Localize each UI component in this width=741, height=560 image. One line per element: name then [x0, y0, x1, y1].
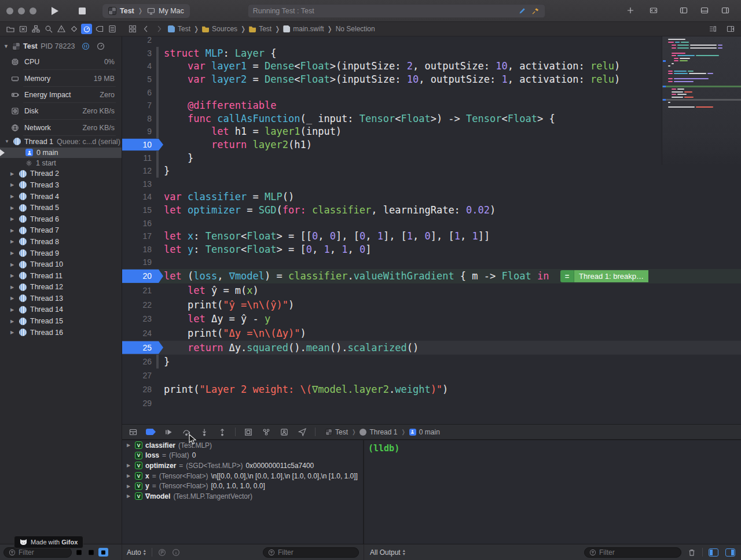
disclosure-closed-icon[interactable]: ▶ — [10, 285, 16, 290]
disclosure-closed-icon[interactable]: ▶ — [127, 463, 132, 468]
breadcrumb[interactable]: Test❭Sources❭Test❭main.swift❭No Selectio… — [168, 25, 375, 33]
thread-row[interactable]: ▶Thread 5 — [0, 202, 122, 213]
show-only-flagged-icon[interactable] — [158, 548, 166, 557]
code-line-22[interactable]: 22 print("ŷ =\n\(ŷ)") — [122, 297, 741, 312]
disclosure-closed-icon[interactable]: ▶ — [10, 239, 16, 244]
find-navigator-icon[interactable] — [43, 24, 54, 34]
code-line-10[interactable]: 10 return layer2(h1) — [122, 138, 741, 152]
line-number-gutter[interactable]: 27 — [122, 369, 164, 382]
line-number-gutter[interactable]: 12 — [122, 164, 164, 178]
code-line-13[interactable]: 13 — [122, 178, 741, 191]
line-number-gutter[interactable]: 11 — [122, 151, 164, 164]
disclosure-closed-icon[interactable]: ▶ — [127, 443, 132, 448]
thread-row[interactable]: ▶Thread 8 — [0, 236, 122, 248]
debug-navigator-icon[interactable] — [81, 24, 92, 34]
breadcrumb-item[interactable]: No Selection — [336, 25, 375, 33]
disclosure-closed-icon[interactable]: ▶ — [10, 216, 16, 222]
breakpoint-navigator-icon[interactable] — [94, 24, 105, 34]
library-add-icon[interactable] — [623, 4, 638, 17]
disclosure-open-icon[interactable]: ▼ — [3, 43, 9, 49]
step-into-icon[interactable] — [199, 427, 210, 437]
toggle-inspector-button[interactable] — [718, 4, 733, 17]
line-number-gutter[interactable]: 26 — [122, 355, 164, 369]
code-line-14[interactable]: 14var classifier = MLP() — [122, 190, 741, 204]
forward-icon[interactable] — [155, 24, 164, 34]
code-line-25[interactable]: 25 return Δy.squared().mean().scalarized… — [122, 341, 741, 355]
filter-flagged-icon[interactable] — [86, 548, 96, 557]
line-number-gutter[interactable]: 9 — [122, 125, 164, 138]
disclosure-closed-icon[interactable]: ▶ — [10, 228, 16, 233]
filter-running-icon[interactable] — [74, 548, 84, 557]
disclosure-open-icon[interactable]: ▼ — [5, 139, 10, 144]
line-number-gutter[interactable]: 24 — [122, 326, 164, 341]
disclosure-closed-icon[interactable]: ▶ — [127, 484, 132, 489]
variable-row[interactable]: ▶Voptimizer=(SGD<Test.MLP>)0x000000011c5… — [122, 460, 363, 471]
thread-row[interactable]: ▶Thread 3 — [0, 179, 122, 191]
thread-row[interactable]: ▶Thread 15 — [0, 315, 122, 327]
breakpoint-marker[interactable]: 10 — [122, 138, 164, 152]
debug-breadcrumb[interactable]: Test❭Thread 1❭0 main — [325, 428, 440, 436]
console-filter-field[interactable]: Filter — [584, 547, 681, 558]
breakpoints-toggle-icon[interactable] — [146, 429, 156, 435]
code-line-18[interactable]: 18let y: Tensor<Float> = [0, 1, 1, 0] — [122, 243, 741, 256]
line-number-gutter[interactable]: 2 — [122, 36, 164, 47]
line-number-gutter[interactable]: 17 — [122, 230, 164, 243]
breadcrumb-item[interactable]: Sources — [202, 25, 237, 33]
report-navigator-icon[interactable] — [107, 24, 118, 34]
line-number-gutter[interactable]: 21 — [122, 283, 164, 298]
disclosure-closed-icon[interactable]: ▶ — [10, 307, 16, 312]
disclosure-closed-icon[interactable]: ▶ — [10, 273, 16, 278]
code-line-20[interactable]: 20let (loss, ∇model) = classifier.valueW… — [122, 269, 741, 283]
thread-row[interactable]: ▶Thread 9 — [0, 248, 122, 259]
test-navigator-icon[interactable] — [68, 24, 79, 34]
code-line-11[interactable]: 11 } — [122, 151, 741, 164]
line-number-gutter[interactable]: 22 — [122, 297, 164, 312]
code-review-icon[interactable] — [707, 24, 717, 34]
code-line-5[interactable]: 5 var layer2 = Dense<Float>(inputSize: 1… — [122, 73, 741, 86]
code-line-17[interactable]: 17let x: Tensor<Float> = [[0, 0], [0, 1]… — [122, 230, 741, 243]
code-line-6[interactable]: 6 — [122, 86, 741, 99]
disclosure-closed-icon[interactable]: ▶ — [10, 319, 16, 324]
code-line-12[interactable]: 12} — [122, 164, 741, 178]
gauge-row-cpu[interactable]: CPU0% — [0, 54, 122, 70]
quicklook-icon[interactable] — [172, 548, 180, 557]
source-control-navigator-icon[interactable] — [17, 24, 28, 34]
process-row[interactable]: ▼ Test PID 78223 — [0, 39, 122, 54]
back-icon[interactable] — [141, 24, 151, 34]
breakpoint-annotation[interactable]: =Thread 1: breakp… — [560, 270, 662, 282]
console-view[interactable]: (lldb) — [364, 440, 741, 544]
disclosure-closed-icon[interactable]: ▶ — [10, 171, 16, 176]
code-line-19[interactable]: 19 — [122, 256, 741, 269]
thread-row[interactable]: ▶Thread 13 — [0, 293, 122, 304]
breakpoint-marker[interactable]: 20 — [122, 269, 164, 283]
variables-view[interactable]: ▶Vclassifier(Test.MLP)Vloss=(Float)0▶Vop… — [122, 440, 363, 544]
code-line-8[interactable]: 8 func callAsFunction(_ input: Tensor<Fl… — [122, 112, 741, 126]
code-line-15[interactable]: 15let optimizer = SGD(for: classifier, l… — [122, 204, 741, 217]
project-navigator-icon[interactable] — [5, 24, 16, 34]
line-number-gutter[interactable]: 5 — [122, 73, 164, 86]
add-editor-icon[interactable] — [725, 24, 735, 34]
disclosure-closed-icon[interactable]: ▶ — [10, 296, 16, 301]
thread-row[interactable]: ▶Thread 4 — [0, 191, 122, 202]
variables-scope-selector[interactable]: Auto ▴▾ — [127, 548, 146, 557]
frame-row[interactable]: 0 main — [0, 148, 122, 158]
toggle-navigator-button[interactable] — [676, 4, 691, 17]
code-line-27[interactable]: 27 — [122, 369, 741, 382]
code-line-21[interactable]: 21 let ŷ = m(x) — [122, 283, 741, 298]
variable-row[interactable]: Vloss=(Float)0 — [122, 451, 363, 461]
minimap[interactable] — [662, 36, 741, 165]
disclosure-closed-icon[interactable]: ▶ — [10, 250, 16, 256]
jump-bar[interactable]: Test❭Sources❭Test❭main.swift❭No Selectio… — [122, 22, 741, 36]
disclosure-closed-icon[interactable]: ▶ — [127, 473, 132, 478]
debug-crumb[interactable]: Thread 1 — [360, 428, 397, 436]
thread-1-row[interactable]: ▼ Thread 1 Queue: c...d (serial) — [0, 136, 122, 148]
code-line-9[interactable]: 9 let h1 = layer1(input) — [122, 125, 741, 138]
line-number-gutter[interactable]: 15 — [122, 204, 164, 217]
disclosure-closed-icon[interactable]: ▶ — [10, 194, 16, 199]
variable-row[interactable]: ▶Vy=(Tensor<Float>)[0.0, 1.0, 1.0, 0.0] — [122, 481, 363, 491]
gauge-row-memory[interactable]: Memory19 MB — [0, 70, 122, 86]
line-number-gutter[interactable]: 28 — [122, 382, 164, 396]
profile-process-icon[interactable] — [96, 42, 105, 51]
clear-console-icon[interactable] — [687, 548, 696, 557]
line-number-gutter[interactable]: 23 — [122, 312, 164, 326]
